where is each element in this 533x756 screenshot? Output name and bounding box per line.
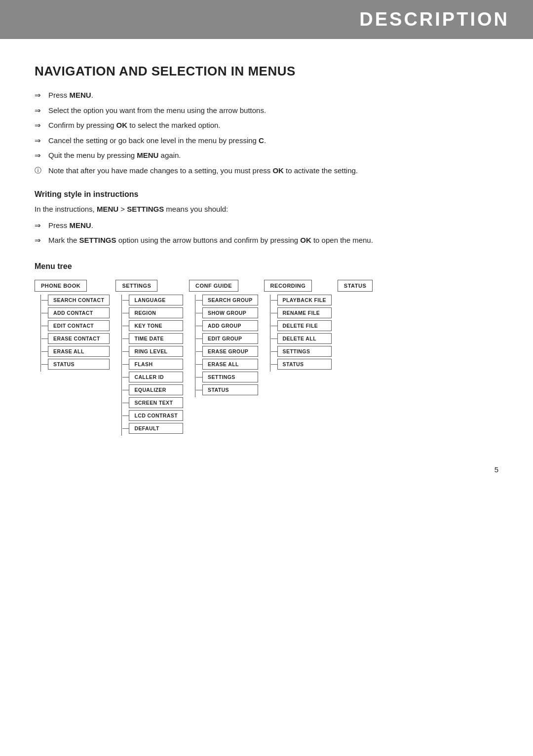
bold-menu4: MENU: [70, 221, 91, 229]
menu-top-recording: RECORDING: [264, 280, 312, 292]
menu-item: LANGUAGE: [129, 295, 183, 305]
menu-top-phone-book: PHONE BOOK: [35, 280, 87, 292]
main-content: NAVIGATION AND SELECTION IN MENUS Press …: [0, 39, 533, 503]
recording-sub-items: PLAYBACK FILE RENAME FILE DELETE FILE DE…: [270, 295, 332, 372]
bold-ok2: OK: [272, 166, 284, 175]
menu-item: ADD CONTACT: [48, 307, 110, 318]
menu-item: STATUS: [48, 359, 110, 370]
subheading-writing-style: Writing style in instructions: [35, 190, 498, 199]
menu-item: SHOW GROUP: [202, 307, 258, 318]
bullet-item-info: Note that after you have made changes to…: [35, 165, 498, 177]
menu-item: EDIT GROUP: [202, 333, 258, 344]
settings-sub-items: LANGUAGE REGION KEY TONE TIME DATE RING …: [121, 295, 183, 436]
bullet-item: Press MENU.: [35, 220, 498, 231]
menu-item: SCREEN TEXT: [129, 397, 183, 408]
menu-item: DELETE FILE: [277, 320, 332, 331]
bold-menu: MENU: [70, 91, 91, 99]
menu-item: EQUALIZER: [129, 384, 183, 395]
menu-item: TIME DATE: [129, 333, 183, 344]
menu-item: CALLER ID: [129, 372, 183, 382]
menu-item: SEARCH GROUP: [202, 295, 258, 305]
menu-top-conf-guide: CONF GUIDE: [189, 280, 238, 292]
menu-column-status: STATUS: [338, 280, 373, 295]
bullet-item: Select the option you want from the menu…: [35, 105, 498, 116]
menu-column-settings: SETTINGS LANGUAGE REGION KEY TONE TIME D…: [115, 280, 183, 436]
page-title: NAVIGATION AND SELECTION IN MENUS: [35, 64, 498, 79]
page-header-title: DESCRIPTION: [0, 9, 509, 30]
bold-c: C: [259, 136, 264, 145]
menu-item: ERASE ALL: [48, 346, 110, 357]
bullet-list-1: Press MENU. Select the option you want f…: [35, 90, 498, 176]
page-number: 5: [35, 465, 498, 474]
menu-item: ERASE CONTACT: [48, 333, 110, 344]
bold-menu3: MENU: [97, 205, 118, 213]
phone-book-sub-items: SEARCH CONTACT ADD CONTACT EDIT CONTACT …: [40, 295, 110, 372]
menu-item: SETTINGS: [277, 346, 332, 357]
bold-settings: SETTINGS: [127, 205, 164, 213]
menu-item: EDIT CONTACT: [48, 320, 110, 331]
header-bar: DESCRIPTION: [0, 0, 533, 39]
menu-item: PLAYBACK FILE: [277, 295, 332, 305]
bold-settings2: SETTINGS: [79, 236, 116, 244]
menu-item: FLASH: [129, 359, 183, 370]
menu-item: SEARCH CONTACT: [48, 295, 110, 305]
menu-item: DELETE ALL: [277, 333, 332, 344]
menu-item: ERASE GROUP: [202, 346, 258, 357]
menu-top-settings: SETTINGS: [115, 280, 157, 292]
conf-guide-sub-items: SEARCH GROUP SHOW GROUP ADD GROUP EDIT G…: [195, 295, 258, 397]
bullet-list-2: Press MENU. Mark the SETTINGS option usi…: [35, 220, 498, 246]
menu-item: RENAME FILE: [277, 307, 332, 318]
menu-item: DEFAULT: [129, 423, 183, 434]
bullet-item: Mark the SETTINGS option using the arrow…: [35, 235, 498, 246]
bold-ok: OK: [116, 121, 128, 129]
bullet-item: Press MENU.: [35, 90, 498, 101]
bullet-item: Quit the menu by pressing MENU again.: [35, 150, 498, 161]
bullet-item: Cancel the setting or go back one level …: [35, 135, 498, 147]
menu-item: SETTINGS: [202, 372, 258, 382]
menu-item: STATUS: [277, 359, 332, 370]
bold-ok3: OK: [300, 236, 311, 244]
menu-item: LCD CONTRAST: [129, 410, 183, 421]
menu-item: REGION: [129, 307, 183, 318]
menu-item: RING LEVEL: [129, 346, 183, 357]
menu-item: ERASE ALL: [202, 359, 258, 370]
menu-item: ADD GROUP: [202, 320, 258, 331]
menu-tree: PHONE BOOK SEARCH CONTACT ADD CONTACT ED…: [35, 280, 498, 436]
menu-column-recording: RECORDING PLAYBACK FILE RENAME FILE DELE…: [264, 280, 332, 372]
bullet-item: Confirm by pressing OK to select the mar…: [35, 120, 498, 131]
menu-column-phone-book: PHONE BOOK SEARCH CONTACT ADD CONTACT ED…: [35, 280, 110, 372]
menu-column-conf-guide: CONF GUIDE SEARCH GROUP SHOW GROUP ADD G…: [189, 280, 258, 397]
para-writing-style: In the instructions, MENU > SETTINGS mea…: [35, 204, 498, 215]
bold-menu2: MENU: [137, 151, 158, 159]
menu-top-status: STATUS: [338, 280, 373, 292]
menu-item: STATUS: [202, 384, 258, 395]
menu-item: KEY TONE: [129, 320, 183, 331]
subheading-menu-tree: Menu tree: [35, 262, 498, 271]
